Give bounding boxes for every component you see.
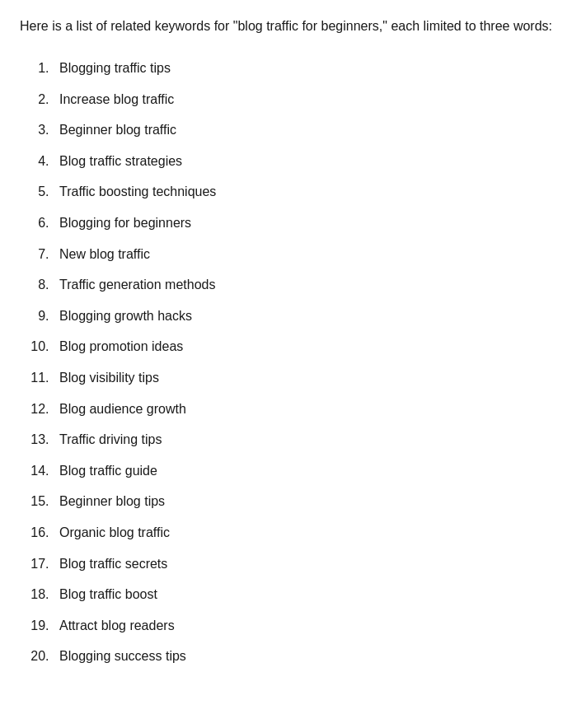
- list-item: Blogging for beginners: [53, 208, 566, 239]
- list-item: Traffic generation methods: [53, 269, 566, 301]
- list-item: Blog audience growth: [53, 394, 566, 425]
- list-item: Blog promotion ideas: [53, 331, 566, 362]
- list-item: Beginner blog tips: [53, 486, 566, 517]
- intro-paragraph: Here is a list of related keywords for "…: [20, 16, 566, 36]
- list-item: Blog traffic boost: [53, 579, 566, 610]
- list-item: Blogging growth hacks: [53, 301, 566, 332]
- keywords-list: Blogging traffic tipsIncrease blog traff…: [20, 53, 566, 672]
- list-item: Blog visibility tips: [53, 362, 566, 394]
- list-item: Beginner blog traffic: [53, 114, 566, 146]
- list-item: Organic blog traffic: [53, 517, 566, 548]
- list-item: Traffic driving tips: [53, 424, 566, 455]
- list-item: Blog traffic strategies: [53, 146, 566, 177]
- list-item: New blog traffic: [53, 239, 566, 270]
- list-item: Increase blog traffic: [53, 84, 566, 115]
- list-item: Blogging traffic tips: [53, 53, 566, 84]
- list-item: Blogging success tips: [53, 641, 566, 672]
- list-item: Blog traffic guide: [53, 455, 566, 487]
- list-item: Attract blog readers: [53, 610, 566, 642]
- list-item: Traffic boosting techniques: [53, 176, 566, 208]
- list-item: Blog traffic secrets: [53, 548, 566, 580]
